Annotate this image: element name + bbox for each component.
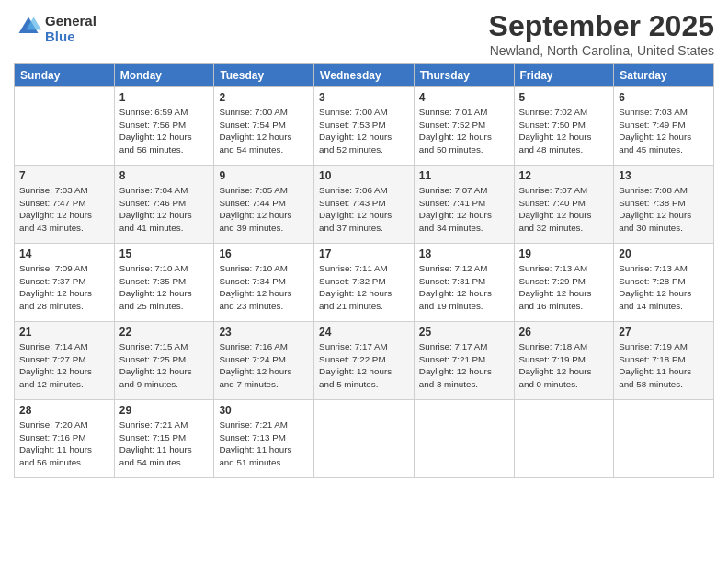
- weekday-header: Sunday: [15, 64, 115, 87]
- cell-sun-info: Sunrise: 7:16 AM Sunset: 7:24 PM Dayligh…: [219, 340, 309, 391]
- month-title: September 2025: [489, 9, 714, 43]
- cell-sun-info: Sunrise: 7:17 AM Sunset: 7:22 PM Dayligh…: [319, 340, 409, 391]
- calendar-cell: 8Sunrise: 7:04 AM Sunset: 7:46 PM Daylig…: [114, 166, 214, 244]
- calendar-cell: 6Sunrise: 7:03 AM Sunset: 7:49 PM Daylig…: [614, 87, 714, 166]
- cell-sun-info: Sunrise: 7:20 AM Sunset: 7:16 PM Dayligh…: [19, 419, 109, 469]
- cell-sun-info: Sunrise: 7:13 AM Sunset: 7:28 PM Dayligh…: [619, 262, 709, 313]
- weekday-header: Monday: [114, 64, 214, 87]
- day-number: 12: [519, 169, 609, 182]
- calendar-cell: 28Sunrise: 7:20 AM Sunset: 7:16 PM Dayli…: [15, 400, 115, 478]
- calendar-cell: 27Sunrise: 7:19 AM Sunset: 7:18 PM Dayli…: [614, 322, 714, 400]
- calendar-cell: 24Sunrise: 7:17 AM Sunset: 7:22 PM Dayli…: [314, 322, 415, 400]
- day-number: 13: [619, 169, 709, 182]
- day-number: 6: [619, 91, 709, 104]
- day-number: 9: [219, 169, 309, 182]
- day-number: 14: [19, 247, 109, 260]
- calendar-body: 1Sunrise: 6:59 AM Sunset: 7:56 PM Daylig…: [15, 87, 714, 478]
- weekday-header: Saturday: [614, 64, 714, 87]
- calendar-cell: 12Sunrise: 7:07 AM Sunset: 7:40 PM Dayli…: [514, 166, 614, 244]
- calendar-cell: 23Sunrise: 7:16 AM Sunset: 7:24 PM Dayli…: [214, 322, 314, 400]
- calendar-cell: 13Sunrise: 7:08 AM Sunset: 7:38 PM Dayli…: [614, 166, 714, 244]
- cell-sun-info: Sunrise: 7:19 AM Sunset: 7:18 PM Dayligh…: [619, 340, 709, 391]
- calendar-cell: 30Sunrise: 7:21 AM Sunset: 7:13 PM Dayli…: [214, 400, 314, 478]
- day-number: 16: [219, 247, 309, 260]
- calendar-cell: 4Sunrise: 7:01 AM Sunset: 7:52 PM Daylig…: [414, 87, 514, 166]
- calendar-cell: 7Sunrise: 7:03 AM Sunset: 7:47 PM Daylig…: [15, 166, 115, 244]
- cell-sun-info: Sunrise: 7:08 AM Sunset: 7:38 PM Dayligh…: [619, 184, 709, 235]
- day-number: 11: [419, 169, 509, 182]
- calendar-header: SundayMondayTuesdayWednesdayThursdayFrid…: [15, 64, 714, 87]
- cell-sun-info: Sunrise: 7:09 AM Sunset: 7:37 PM Dayligh…: [19, 262, 109, 313]
- day-number: 21: [19, 326, 109, 339]
- day-number: 23: [219, 326, 309, 339]
- calendar-cell: 10Sunrise: 7:06 AM Sunset: 7:43 PM Dayli…: [314, 166, 415, 244]
- calendar-cell: 18Sunrise: 7:12 AM Sunset: 7:31 PM Dayli…: [414, 244, 514, 322]
- day-number: 18: [419, 247, 509, 260]
- cell-sun-info: Sunrise: 7:13 AM Sunset: 7:29 PM Dayligh…: [519, 262, 609, 313]
- day-number: 17: [319, 247, 409, 260]
- cell-sun-info: Sunrise: 6:59 AM Sunset: 7:56 PM Dayligh…: [119, 106, 210, 156]
- day-number: 10: [319, 169, 409, 182]
- cell-sun-info: Sunrise: 7:10 AM Sunset: 7:35 PM Dayligh…: [119, 262, 210, 313]
- cell-sun-info: Sunrise: 7:01 AM Sunset: 7:52 PM Dayligh…: [419, 106, 509, 156]
- calendar-cell: 22Sunrise: 7:15 AM Sunset: 7:25 PM Dayli…: [114, 322, 214, 400]
- page-header: General Blue September 2025 Newland, Nor…: [14, 9, 714, 58]
- logo-line1: General: [45, 13, 97, 29]
- day-number: 20: [619, 247, 709, 260]
- cell-sun-info: Sunrise: 7:03 AM Sunset: 7:47 PM Dayligh…: [19, 184, 109, 235]
- calendar-cell: 5Sunrise: 7:02 AM Sunset: 7:50 PM Daylig…: [514, 87, 614, 166]
- calendar-cell: 29Sunrise: 7:21 AM Sunset: 7:15 PM Dayli…: [114, 400, 214, 478]
- cell-sun-info: Sunrise: 7:02 AM Sunset: 7:50 PM Dayligh…: [519, 106, 609, 156]
- calendar-cell: 21Sunrise: 7:14 AM Sunset: 7:27 PM Dayli…: [15, 322, 115, 400]
- calendar-cell: 25Sunrise: 7:17 AM Sunset: 7:21 PM Dayli…: [414, 322, 514, 400]
- weekday-header: Thursday: [414, 64, 514, 87]
- cell-sun-info: Sunrise: 7:06 AM Sunset: 7:43 PM Dayligh…: [319, 184, 409, 235]
- cell-sun-info: Sunrise: 7:00 AM Sunset: 7:53 PM Dayligh…: [319, 106, 409, 156]
- logo-icon: [16, 14, 41, 40]
- cell-sun-info: Sunrise: 7:10 AM Sunset: 7:34 PM Dayligh…: [219, 262, 309, 313]
- day-number: 29: [119, 404, 210, 417]
- calendar-cell: [15, 87, 115, 166]
- calendar-cell: [514, 400, 614, 478]
- weekday-header: Wednesday: [314, 64, 415, 87]
- cell-sun-info: Sunrise: 7:07 AM Sunset: 7:40 PM Dayligh…: [519, 184, 609, 235]
- calendar-cell: 1Sunrise: 6:59 AM Sunset: 7:56 PM Daylig…: [114, 87, 214, 166]
- cell-sun-info: Sunrise: 7:18 AM Sunset: 7:19 PM Dayligh…: [519, 340, 609, 391]
- calendar-cell: [414, 400, 514, 478]
- cell-sun-info: Sunrise: 7:12 AM Sunset: 7:31 PM Dayligh…: [419, 262, 509, 313]
- weekday-header: Tuesday: [214, 64, 314, 87]
- location: Newland, North Carolina, United States: [489, 43, 714, 58]
- cell-sun-info: Sunrise: 7:07 AM Sunset: 7:41 PM Dayligh…: [419, 184, 509, 235]
- day-number: 8: [119, 169, 210, 182]
- day-number: 7: [19, 169, 109, 182]
- day-number: 26: [519, 326, 609, 339]
- day-number: 24: [319, 326, 409, 339]
- cell-sun-info: Sunrise: 7:14 AM Sunset: 7:27 PM Dayligh…: [19, 340, 109, 391]
- calendar-cell: 17Sunrise: 7:11 AM Sunset: 7:32 PM Dayli…: [314, 244, 415, 322]
- day-number: 4: [419, 91, 509, 104]
- day-number: 19: [519, 247, 609, 260]
- cell-sun-info: Sunrise: 7:21 AM Sunset: 7:15 PM Dayligh…: [119, 419, 210, 469]
- cell-sun-info: Sunrise: 7:05 AM Sunset: 7:44 PM Dayligh…: [219, 184, 309, 235]
- calendar-cell: 20Sunrise: 7:13 AM Sunset: 7:28 PM Dayli…: [614, 244, 714, 322]
- day-number: 15: [119, 247, 210, 260]
- calendar-cell: 11Sunrise: 7:07 AM Sunset: 7:41 PM Dayli…: [414, 166, 514, 244]
- day-number: 3: [319, 91, 409, 104]
- cell-sun-info: Sunrise: 7:15 AM Sunset: 7:25 PM Dayligh…: [119, 340, 210, 391]
- logo: General Blue: [14, 13, 97, 44]
- calendar-cell: 14Sunrise: 7:09 AM Sunset: 7:37 PM Dayli…: [15, 244, 115, 322]
- calendar-cell: 9Sunrise: 7:05 AM Sunset: 7:44 PM Daylig…: [214, 166, 314, 244]
- day-number: 28: [19, 404, 109, 417]
- calendar-cell: 3Sunrise: 7:00 AM Sunset: 7:53 PM Daylig…: [314, 87, 415, 166]
- cell-sun-info: Sunrise: 7:11 AM Sunset: 7:32 PM Dayligh…: [319, 262, 409, 313]
- calendar-table: SundayMondayTuesdayWednesdayThursdayFrid…: [14, 63, 714, 478]
- cell-sun-info: Sunrise: 7:21 AM Sunset: 7:13 PM Dayligh…: [219, 419, 309, 469]
- day-number: 1: [119, 91, 210, 104]
- calendar-cell: 15Sunrise: 7:10 AM Sunset: 7:35 PM Dayli…: [114, 244, 214, 322]
- title-area: September 2025 Newland, North Carolina, …: [489, 9, 714, 58]
- calendar-cell: 2Sunrise: 7:00 AM Sunset: 7:54 PM Daylig…: [214, 87, 314, 166]
- day-number: 2: [219, 91, 309, 104]
- day-number: 30: [219, 404, 309, 417]
- cell-sun-info: Sunrise: 7:04 AM Sunset: 7:46 PM Dayligh…: [119, 184, 210, 235]
- cell-sun-info: Sunrise: 7:17 AM Sunset: 7:21 PM Dayligh…: [419, 340, 509, 391]
